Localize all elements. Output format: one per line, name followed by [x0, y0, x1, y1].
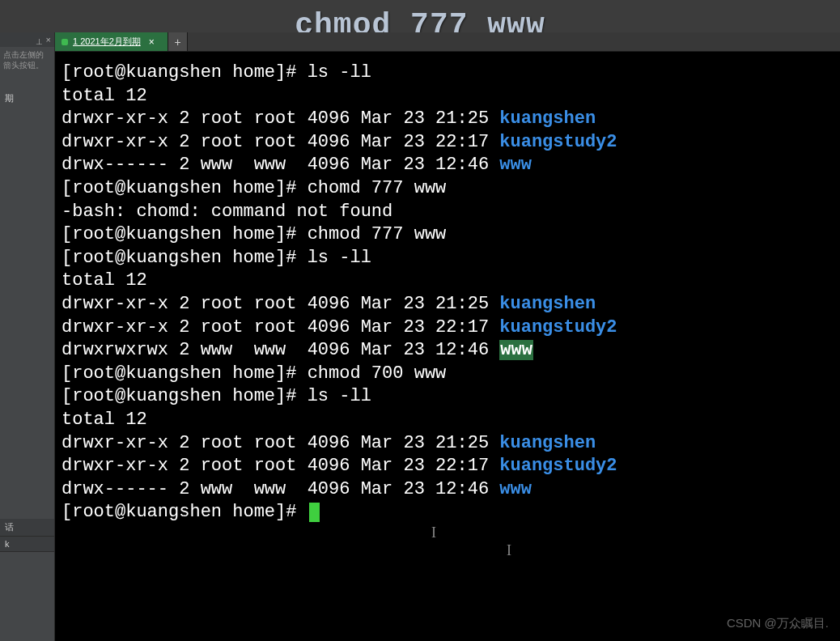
terminal-line: drwxr-xr-x 2 root root 4096 Mar 23 21:25…	[62, 432, 834, 456]
sidebar-section-2[interactable]: k	[0, 537, 54, 552]
file-name: kuangshen	[499, 294, 596, 314]
tab-close-icon[interactable]: ×	[149, 36, 155, 48]
file-perms: drwx------ 2 www www 4096 Mar 23 12:46	[62, 155, 499, 175]
file-name: kuangstudy2	[499, 317, 617, 337]
terminal-line: drwxr-xr-x 2 root root 4096 Mar 23 21:25…	[62, 108, 834, 131]
terminal-line: drwx------ 2 www www 4096 Mar 23 12:46 w…	[62, 154, 834, 177]
command: chomd 777 www	[308, 178, 447, 198]
prompt: [root@kuangshen home]#	[62, 363, 308, 384]
file-perms: drwxrwxrwx 2 www www 4096 Mar 23 12:46	[62, 340, 499, 360]
file-name: kuangshen	[499, 433, 596, 453]
cursor-icon	[309, 503, 320, 522]
terminal-line: drwx------ 2 www www 4096 Mar 23 12:46 w…	[62, 478, 834, 502]
terminal-line: drwxr-xr-x 2 root root 4096 Mar 23 22:17…	[62, 316, 834, 340]
prompt: [root@kuangshen home]#	[62, 386, 308, 406]
command: ls -ll	[308, 62, 371, 83]
command: ls -ll	[308, 248, 371, 268]
terminal-line: drwxrwxrwx 2 www www 4096 Mar 23 12:46 w…	[62, 339, 834, 363]
file-name: kuangshen	[499, 108, 596, 129]
command: chmod 700 www	[308, 363, 447, 384]
terminal-line: drwxr-xr-x 2 root root 4096 Mar 23 22:17…	[62, 455, 834, 478]
file-perms: drwxr-xr-x 2 root root 4096 Mar 23 22:17	[62, 132, 499, 152]
sidebar-close-icon[interactable]: ×	[46, 35, 51, 45]
text-cursor-icon: I	[431, 524, 436, 541]
watermark: CSDN @万众瞩目.	[727, 616, 829, 631]
terminal-line: [root@kuangshen home]# ls -ll	[62, 62, 834, 85]
file-perms: drwxr-xr-x 2 root root 4096 Mar 23 21:25	[62, 294, 499, 314]
file-name: www	[499, 340, 533, 360]
terminal-line: [root@kuangshen home]# ls -ll	[62, 385, 834, 409]
tab-active[interactable]: 1 2021年2月到期 ×	[55, 32, 168, 51]
tab-add-button[interactable]: +	[168, 32, 188, 51]
file-name: www	[499, 155, 532, 175]
terminal[interactable]: [root@kuangshen home]# ls -lltotal 12drw…	[55, 52, 840, 641]
prompt: [root@kuangshen home]#	[62, 224, 308, 244]
prompt: [root@kuangshen home]#	[62, 62, 308, 83]
sidebar-section-1[interactable]: 话	[0, 519, 54, 537]
file-perms: drwx------ 2 www www 4096 Mar 23 12:46	[62, 479, 499, 499]
file-perms: drwxr-xr-x 2 root root 4096 Mar 23 22:17	[62, 456, 499, 476]
terminal-line: [root@kuangshen home]#	[62, 501, 834, 524]
command: ls -ll	[308, 386, 371, 406]
command: chmod 777 www	[308, 224, 447, 244]
terminal-line: [root@kuangshen home]# chmod 700 www	[62, 363, 834, 386]
terminal-line: total 12	[62, 270, 834, 293]
terminal-line: total 12	[62, 85, 834, 108]
tab-bar: 1 2021年2月到期 × +	[55, 32, 840, 52]
sidebar: ⊥ × 点击左侧的箭头按钮。 期 话 k	[0, 32, 55, 641]
terminal-line: [root@kuangshen home]# chomd 777 www	[62, 177, 834, 201]
file-perms: drwxr-xr-x 2 root root 4096 Mar 23 21:25	[62, 108, 499, 129]
sidebar-item[interactable]: 期	[0, 89, 54, 108]
sidebar-header: ⊥ ×	[0, 32, 54, 47]
pin-icon[interactable]: ⊥	[36, 37, 41, 43]
terminal-line: drwxr-xr-x 2 root root 4096 Mar 23 21:25…	[62, 293, 834, 316]
text-cursor-icon: I	[507, 542, 511, 559]
terminal-line: -bash: chomd: command not found	[62, 201, 834, 224]
prompt: [root@kuangshen home]#	[62, 178, 308, 198]
file-perms: drwxr-xr-x 2 root root 4096 Mar 23 21:25	[62, 433, 499, 453]
tab-status-icon	[62, 39, 68, 45]
file-name: kuangstudy2	[499, 456, 617, 476]
terminal-line: drwxr-xr-x 2 root root 4096 Mar 23 22:17…	[62, 131, 834, 155]
prompt: [root@kuangshen home]#	[62, 502, 308, 522]
file-perms: drwxr-xr-x 2 root root 4096 Mar 23 22:17	[62, 317, 499, 337]
file-name: kuangstudy2	[499, 132, 617, 152]
terminal-line: total 12	[62, 409, 834, 432]
file-name: www	[499, 479, 532, 499]
sidebar-hint: 点击左侧的箭头按钮。	[0, 47, 54, 73]
tab-label: 1 2021年2月到期	[73, 36, 141, 48]
prompt: [root@kuangshen home]#	[62, 248, 308, 268]
terminal-line: [root@kuangshen home]# ls -ll	[62, 247, 834, 270]
terminal-line: [root@kuangshen home]# chmod 777 www	[62, 223, 834, 247]
